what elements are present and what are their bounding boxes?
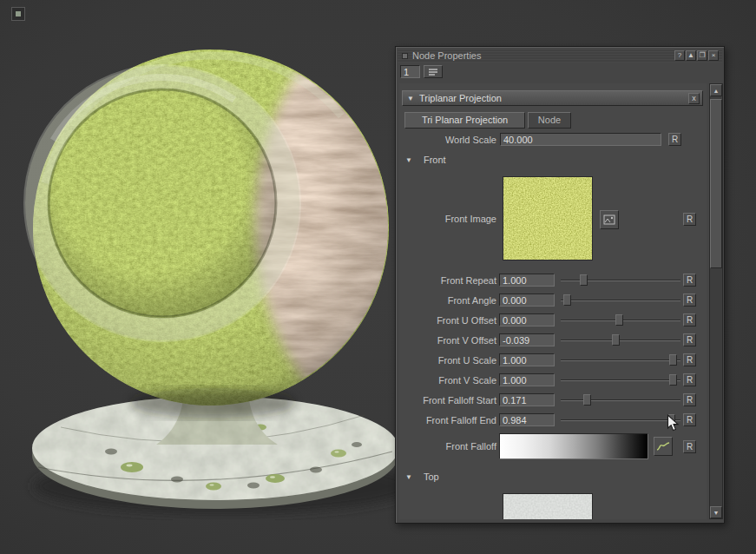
param-label: Front Repeat	[399, 275, 496, 286]
scroll-down-button[interactable]: ▼	[710, 506, 722, 518]
reset-button[interactable]: R	[683, 353, 696, 366]
front-falloff-label: Front Falloff	[399, 441, 496, 452]
front-image-reset-button[interactable]: R	[683, 213, 696, 226]
world-scale-label: World Scale	[399, 135, 496, 145]
reset-button[interactable]: R	[683, 313, 696, 326]
section-top-label: Top	[424, 472, 439, 482]
curve-icon	[656, 441, 670, 452]
slider-handle[interactable]	[612, 334, 620, 346]
reset-button[interactable]: R	[683, 274, 696, 287]
param-value-input[interactable]	[499, 274, 555, 287]
slider-handle[interactable]	[563, 294, 571, 306]
param-label: Front U Scale	[399, 355, 496, 366]
rollup-button[interactable]: ▲	[686, 50, 696, 61]
param-value-input[interactable]	[499, 313, 555, 326]
panel-scrollbar[interactable]: ▲ ▼	[709, 83, 723, 519]
param-slider[interactable]	[561, 313, 680, 328]
slider-handle[interactable]	[583, 394, 591, 406]
slider-track[interactable]	[561, 379, 680, 381]
param-label: Front Angle	[399, 295, 496, 306]
collapse-front-icon[interactable]: ▼	[405, 156, 412, 164]
collapse-node-icon[interactable]: ▼	[407, 95, 414, 102]
section-front[interactable]: ▼ Front	[405, 155, 446, 165]
param-value-input[interactable]	[499, 393, 555, 406]
close-button[interactable]: ×	[708, 50, 719, 61]
tab-node[interactable]: Node	[528, 112, 571, 129]
reset-button[interactable]: R	[683, 413, 696, 426]
front-image-thumbnail[interactable]	[503, 176, 593, 261]
slider-handle[interactable]	[580, 274, 588, 286]
param-label: Front Falloff End	[399, 415, 496, 425]
application-screen: Node Properties ? ▲ ❐ × ▼ Triplanar Proj…	[0, 0, 756, 554]
slider-track[interactable]	[561, 280, 680, 281]
slider-track[interactable]	[561, 340, 680, 341]
top-image-thumbnail[interactable]	[503, 493, 593, 519]
scrollbar-thumb[interactable]	[710, 99, 722, 268]
param-row-front-u-offset: Front U Offset R	[399, 313, 707, 329]
falloff-curve-button[interactable]	[654, 437, 673, 456]
tab-triplanar-projection[interactable]: Tri Planar Projection	[404, 112, 525, 129]
param-value-input[interactable]	[499, 293, 555, 307]
param-value-input[interactable]	[499, 353, 555, 366]
section-front-label: Front	[424, 155, 446, 165]
image-icon	[603, 214, 615, 225]
param-row-front-angle: Front Angle R	[399, 293, 707, 309]
reset-button[interactable]: R	[683, 293, 696, 307]
param-row-front-falloff-start: Front Falloff Start R	[399, 393, 707, 409]
front-falloff-gradient[interactable]	[499, 433, 648, 459]
param-row-front-v-offset: Front V Offset R	[399, 333, 707, 349]
world-scale-input[interactable]	[500, 133, 661, 146]
reset-button[interactable]: R	[683, 333, 696, 346]
param-label: Front U Offset	[399, 315, 496, 326]
slider-track[interactable]	[561, 399, 680, 401]
param-row-front-v-scale: Front V Scale R	[399, 373, 707, 389]
param-label: Front Falloff Start	[399, 395, 496, 406]
param-slider[interactable]	[561, 293, 680, 308]
reset-button[interactable]: R	[683, 373, 696, 386]
slider-handle[interactable]	[615, 314, 623, 326]
help-button[interactable]: ?	[674, 50, 685, 61]
window-title-icon	[402, 53, 408, 59]
collapse-top-icon[interactable]: ▼	[405, 473, 412, 481]
window-titlebar[interactable]: Node Properties ? ▲ ❐ ×	[398, 49, 722, 63]
param-row-front-falloff-end: Front Falloff End R	[399, 413, 707, 429]
front-falloff-reset-button[interactable]: R	[683, 440, 696, 453]
window-title: Node Properties	[412, 50, 482, 61]
contact-shadow	[130, 388, 295, 418]
image-load-button[interactable]	[600, 210, 619, 229]
param-slider[interactable]	[561, 393, 680, 408]
slider-track[interactable]	[561, 300, 680, 301]
node-title: Triplanar Projection	[419, 93, 502, 103]
param-slider[interactable]	[561, 413, 680, 428]
slider-track[interactable]	[561, 419, 680, 421]
edit-options-button[interactable]	[424, 65, 443, 78]
param-slider[interactable]	[561, 274, 680, 288]
slider-handle[interactable]	[669, 354, 677, 366]
param-value-input[interactable]	[499, 333, 555, 346]
param-slider[interactable]	[561, 333, 680, 348]
scroll-up-button[interactable]: ▲	[710, 84, 722, 96]
node-index-input[interactable]	[400, 65, 420, 78]
world-scale-reset-button[interactable]: R	[668, 133, 681, 146]
slider-handle[interactable]	[669, 374, 677, 386]
front-image-label: Front Image	[399, 214, 496, 224]
param-row-front-u-scale: Front U Scale R	[399, 353, 707, 369]
param-label: Front V Scale	[399, 375, 496, 386]
list-icon	[428, 68, 438, 76]
param-value-input[interactable]	[499, 373, 555, 386]
node-header[interactable]: ▼ Triplanar Projection x	[402, 90, 703, 106]
param-slider[interactable]	[561, 353, 680, 368]
world-scale-row: World Scale R	[399, 133, 707, 148]
section-top[interactable]: ▼ Top	[405, 472, 439, 482]
slider-handle[interactable]	[667, 414, 675, 425]
node-properties-window: Node Properties ? ▲ ❐ × ▼ Triplanar Proj…	[395, 46, 725, 524]
slider-track[interactable]	[561, 359, 680, 361]
param-value-input[interactable]	[499, 413, 555, 426]
material-preview-render	[0, 0, 417, 554]
reset-button[interactable]: R	[683, 393, 696, 406]
restore-button[interactable]: ❐	[697, 50, 707, 61]
node-properties-panel: ▼ Triplanar Projection x Tri Planar Proj…	[399, 83, 707, 519]
remove-node-button[interactable]: x	[688, 93, 700, 104]
param-label: Front V Offset	[399, 335, 496, 346]
param-slider[interactable]	[561, 373, 680, 388]
